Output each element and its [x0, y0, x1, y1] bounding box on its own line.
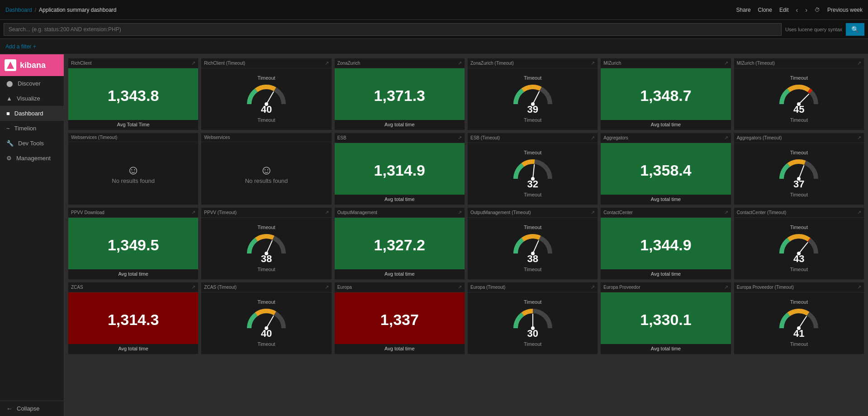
- widget-expand-icon[interactable]: ↗: [724, 210, 728, 215]
- widget-title: RichClient: [71, 61, 92, 66]
- widget-expand-icon[interactable]: ↗: [191, 284, 195, 290]
- widget-header: PPVV (Timeout)↗: [201, 208, 331, 218]
- widget-expand-icon[interactable]: ↗: [591, 284, 595, 290]
- share-button[interactable]: Share: [736, 7, 751, 13]
- discover-icon: ⬤: [6, 80, 13, 87]
- widget-expand-icon[interactable]: ↗: [325, 284, 329, 290]
- widget-expand-icon[interactable]: ↗: [458, 284, 462, 290]
- widget-expand-icon[interactable]: ↗: [325, 210, 329, 215]
- widget-w4: ZonaZurich (Timeout)↗Timeout39Timeout: [467, 58, 598, 130]
- dashboard-icon: ■: [6, 110, 10, 117]
- widget-header: RichClient↗: [68, 58, 198, 68]
- gauge-svg: [778, 81, 819, 106]
- widget-w20: ZCAS (Timeout)↗Timeout40Timeout: [201, 282, 332, 354]
- widget-w24: Europa Proveedor (Timeout)↗Timeout41Time…: [734, 282, 864, 354]
- widget-body: Timeout40Timeout: [201, 68, 331, 130]
- nav-forward-icon[interactable]: ›: [805, 6, 807, 14]
- widget-header: PPVV Download↗: [68, 208, 198, 218]
- widget-title: OutputManagement: [337, 210, 377, 215]
- gauge-label: Timeout: [524, 299, 541, 305]
- widget-w10: ESB (Timeout)↗Timeout32Timeout: [467, 133, 598, 205]
- widget-expand-icon[interactable]: ↗: [724, 135, 728, 141]
- collapse-button[interactable]: ← Collapse: [0, 401, 64, 416]
- prev-week-button[interactable]: Previous week: [827, 7, 863, 13]
- gauge-svg: [246, 231, 287, 256]
- widget-w2: RichClient (Timeout)↗Timeout40Timeout: [201, 58, 332, 130]
- widget-w5: MIZurich↗1,348.7Avg total time: [600, 58, 731, 130]
- sidebar-item-management[interactable]: ⚙ Management: [0, 151, 64, 166]
- widget-expand-icon[interactable]: ↗: [458, 60, 462, 66]
- widget-expand-icon[interactable]: ↗: [458, 135, 462, 141]
- metric-value: 1,349.5: [106, 233, 161, 254]
- widget-expand-icon[interactable]: ↗: [458, 210, 462, 215]
- widget-expand-icon[interactable]: ↗: [591, 60, 595, 66]
- widget-expand-icon[interactable]: ↗: [191, 210, 195, 215]
- widget-expand-icon[interactable]: ↗: [857, 60, 861, 66]
- widget-header: Webservices: [201, 133, 331, 142]
- logo-icon: [5, 59, 16, 71]
- sidebar-item-timelion[interactable]: ~ Timelion: [0, 121, 64, 136]
- widget-header: Europa (Timeout)↗: [468, 282, 598, 292]
- widget-w19: ZCAS↗1,314.3Avg total time: [68, 282, 199, 354]
- metric-value: 1,330.1: [638, 307, 693, 329]
- clone-button[interactable]: Clone: [758, 7, 772, 13]
- widget-body: Timeout30Timeout: [468, 292, 598, 354]
- logo-text: kibana: [20, 61, 46, 70]
- sidebar-item-visualize[interactable]: ▲ Visualize: [0, 91, 64, 106]
- widget-expand-icon[interactable]: ↗: [191, 60, 195, 66]
- widget-header: OutputManagement (Timeout)↗: [468, 208, 598, 218]
- widget-w8: Webservices☺No results found: [201, 133, 332, 205]
- gauge-value: 45: [793, 104, 804, 115]
- widget-body: ☺No results found: [201, 142, 331, 205]
- metric-value: 1,314.9: [372, 158, 427, 180]
- edit-button[interactable]: Edit: [779, 7, 789, 13]
- add-filter-button[interactable]: Add a filter +: [5, 43, 36, 50]
- management-icon: ⚙: [6, 155, 12, 162]
- widget-expand-icon[interactable]: ↗: [325, 60, 329, 66]
- gauge-value: 38: [261, 253, 272, 265]
- widget-expand-icon[interactable]: ↗: [724, 60, 728, 66]
- widget-title: ZonaZurich: [337, 61, 360, 66]
- widget-header: ZCAS (Timeout)↗: [201, 282, 331, 292]
- gauge-svg: [512, 231, 553, 256]
- widget-title: Europa Proveedor: [603, 285, 640, 290]
- sidebar-item-discover[interactable]: ⬤ Discover: [0, 76, 64, 91]
- widget-w9: ESB↗1,314.9Avg total time: [334, 133, 465, 205]
- metric-label: Avg total time: [601, 269, 730, 279]
- widget-body: 1,327.2Avg total time: [335, 218, 465, 279]
- dashboard-main: RichClient↗1,343.8Avg Total TimeRichClie…: [64, 54, 868, 416]
- gauge-label: Timeout: [790, 75, 808, 81]
- nav-back-icon[interactable]: ‹: [796, 6, 798, 14]
- svg-line-11: [266, 240, 272, 253]
- widget-body: 1,371.3Avg total time: [335, 68, 465, 130]
- widget-header: Europa Proveedor (Timeout)↗: [734, 282, 864, 292]
- widget-w23: Europa Proveedor↗1,330.1Avg total time: [600, 282, 731, 354]
- widget-title: Webservices (Timeout): [71, 135, 117, 140]
- sidebar-item-dashboard[interactable]: ■ Dashboard: [0, 106, 64, 121]
- widget-expand-icon[interactable]: ↗: [591, 210, 595, 215]
- search-input[interactable]: [4, 23, 782, 36]
- widget-expand-icon[interactable]: ↗: [857, 284, 861, 290]
- widget-body: Timeout40Timeout: [201, 292, 331, 354]
- widget-title: Aggregators: [603, 135, 628, 140]
- widget-body: Timeout32Timeout: [468, 143, 598, 205]
- metric-label: Avg total time: [335, 269, 465, 279]
- search-button[interactable]: 🔍: [846, 23, 864, 36]
- svg-line-13: [533, 240, 539, 253]
- svg-line-5: [799, 94, 809, 104]
- widget-expand-icon[interactable]: ↗: [857, 135, 861, 141]
- widget-expand-icon[interactable]: ↗: [857, 210, 861, 215]
- sidebar-item-devtools[interactable]: 🔧 Dev Tools: [0, 136, 64, 151]
- svg-line-15: [799, 242, 808, 253]
- breadcrumb-root[interactable]: Dashboard: [5, 7, 32, 13]
- widget-title: ContactCenter (Timeout): [737, 210, 787, 215]
- no-results-message: No results found: [112, 177, 155, 184]
- widget-title: RichClient (Timeout): [204, 61, 245, 66]
- gauge-footer: Timeout: [790, 265, 808, 273]
- breadcrumb: Dashboard / Application summary dashboar…: [0, 7, 116, 13]
- widget-body: 1,330.1Avg total time: [601, 292, 730, 354]
- widget-expand-icon[interactable]: ↗: [591, 135, 595, 141]
- no-results-message: No results found: [245, 177, 288, 184]
- widget-w3: ZonaZurich↗1,371.3Avg total time: [334, 58, 465, 130]
- widget-expand-icon[interactable]: ↗: [724, 284, 728, 290]
